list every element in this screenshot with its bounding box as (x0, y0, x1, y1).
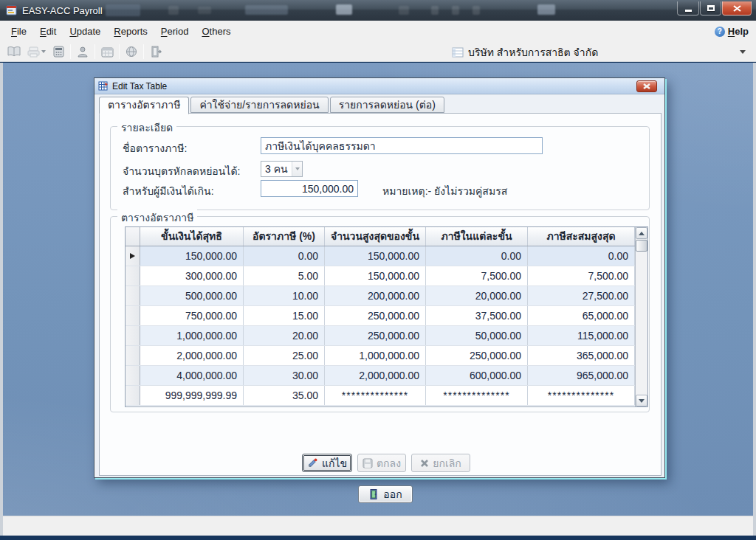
cell[interactable]: 1,000,000.00 (325, 346, 426, 365)
maximize-button[interactable] (700, 1, 721, 15)
scroll-up-button[interactable] (636, 227, 647, 239)
cell[interactable]: 999,999,999.99 (140, 386, 244, 405)
column-header-tax-rate[interactable]: อัตราภาษี (%) (244, 227, 325, 246)
tab-expense-deductions[interactable]: ค่าใช้จ่าย/รายการลดหย่อน (190, 97, 328, 113)
toolbar-globe-button[interactable] (122, 43, 141, 60)
menu-file[interactable]: File (4, 23, 33, 40)
scrollbar-thumb[interactable] (636, 240, 647, 252)
toolbar-employee-button[interactable] (73, 43, 92, 60)
cell[interactable]: 7,500.00 (528, 266, 635, 285)
menu-period[interactable]: Period (154, 23, 196, 40)
tax-row[interactable]: 999,999,999.99 35.00 ************** ****… (126, 386, 635, 406)
cell[interactable]: 1,000,000.00 (140, 326, 244, 345)
cell[interactable]: 300,000.00 (140, 266, 244, 285)
menu-others[interactable]: Others (195, 23, 237, 40)
exit-button[interactable]: ออก (358, 485, 413, 503)
toolbar-exit-button[interactable] (146, 43, 165, 60)
cell[interactable]: 200,000.00 (325, 286, 426, 305)
cell[interactable]: 250,000.00 (426, 346, 528, 365)
tax-table-name-input[interactable] (261, 137, 543, 154)
cell[interactable]: 20,000.00 (426, 286, 528, 305)
cell[interactable]: ************** (325, 386, 426, 405)
company-selector[interactable]: บริษัท สำหรับการสาธิต จำกัด (452, 44, 747, 60)
dialog-titlebar[interactable]: Edit Tax Table (94, 78, 664, 94)
row-selector[interactable] (126, 366, 140, 385)
menu-edit[interactable]: Edit (33, 23, 63, 40)
column-header-tax-per-bracket[interactable]: ภาษีในแต่ละขั้น (426, 227, 528, 246)
tax-row[interactable]: 2,000,000.00 25.00 1,000,000.00 250,000.… (126, 346, 635, 366)
tax-row[interactable]: 500,000.00 10.00 200,000.00 20,000.00 27… (126, 286, 635, 306)
income-over-input[interactable] (261, 180, 358, 197)
minimize-button[interactable] (677, 1, 699, 15)
ok-button[interactable]: ตกลง (357, 454, 406, 472)
menu-help[interactable]: ? Help (715, 21, 749, 42)
window-titlebar[interactable]: EASY-ACC Payroll (0, 0, 756, 21)
cell[interactable]: 150,000.00 (325, 246, 426, 266)
toolbar-open-book-button[interactable] (4, 43, 24, 60)
tax-row[interactable]: 750,000.00 15.00 250,000.00 37,500.00 65… (126, 306, 635, 326)
menu-update[interactable]: Update (63, 23, 107, 40)
row-selector[interactable] (126, 326, 140, 345)
cell[interactable]: 25.00 (244, 346, 325, 365)
row-selector[interactable] (126, 266, 140, 285)
cell[interactable]: 500,000.00 (140, 286, 244, 305)
tax-row[interactable]: 150,000.00 0.00 150,000.00 0.00 0.00 (126, 246, 635, 266)
children-count-dropdown[interactable]: 3 คน (261, 161, 303, 177)
window-border-right (753, 63, 756, 536)
cell[interactable]: 365,000.00 (528, 346, 635, 365)
row-selector[interactable] (126, 386, 140, 405)
tab-deductions-continued[interactable]: รายการลดหย่อน (ต่อ) (330, 97, 444, 113)
tab-tax-rate-table[interactable]: ตารางอัตราภาษี (99, 97, 189, 114)
tax-row[interactable]: 1,000,000.00 20.00 250,000.00 50,000.00 … (126, 326, 635, 346)
toolbar-print-button[interactable] (24, 43, 49, 60)
cell[interactable]: 2,000,000.00 (325, 366, 426, 385)
cell[interactable]: 10.00 (244, 286, 325, 305)
toolbar-calculator-button[interactable] (49, 43, 68, 60)
cell[interactable]: 0.00 (426, 246, 528, 266)
column-header-max-accum-tax[interactable]: ภาษีสะสมสูงสุด (528, 227, 635, 246)
dialog-close-button[interactable] (636, 80, 657, 92)
cell[interactable]: 965,000.00 (528, 366, 635, 385)
statusbar (3, 516, 753, 536)
cell[interactable]: 0.00 (244, 246, 325, 266)
cancel-button[interactable]: ยกเลิก (411, 454, 470, 472)
grid-scrollbar[interactable] (635, 227, 647, 406)
toolbar-calendar-button[interactable] (97, 43, 117, 60)
cell[interactable]: 30.00 (244, 366, 325, 385)
cell[interactable]: ************** (426, 386, 528, 405)
cell[interactable]: 250,000.00 (325, 306, 426, 325)
tax-row[interactable]: 300,000.00 5.00 150,000.00 7,500.00 7,50… (126, 266, 635, 286)
row-selector[interactable] (126, 306, 140, 325)
cell[interactable]: 37,500.00 (426, 306, 528, 325)
cell[interactable]: ************** (528, 386, 635, 405)
cell[interactable]: 50,000.00 (426, 326, 528, 345)
cell[interactable]: 2,000,000.00 (140, 346, 244, 365)
menu-reports[interactable]: Reports (107, 23, 154, 40)
cell[interactable]: 7,500.00 (426, 266, 528, 285)
cell[interactable]: 250,000.00 (325, 326, 426, 345)
children-dropdown-button[interactable] (292, 162, 302, 176)
cell[interactable]: 4,000,000.00 (140, 366, 244, 385)
row-selector[interactable] (126, 286, 140, 305)
cell[interactable]: 35.00 (244, 386, 325, 405)
close-button[interactable] (722, 1, 752, 15)
cell[interactable]: 150,000.00 (140, 246, 244, 266)
row-selector-current[interactable] (126, 246, 140, 266)
cell[interactable]: 750,000.00 (140, 306, 244, 325)
cell[interactable]: 27,500.00 (528, 286, 635, 305)
row-selector[interactable] (126, 346, 140, 365)
column-header-bracket-max[interactable]: จำนวนสูงสุดของขั้น (325, 227, 426, 246)
cell[interactable]: 5.00 (244, 266, 325, 285)
cell[interactable]: 15.00 (244, 306, 325, 325)
cell[interactable]: 600,000.00 (426, 366, 528, 385)
cell[interactable]: 65,000.00 (528, 306, 635, 325)
scroll-down-button[interactable] (636, 395, 647, 406)
close-icon (733, 5, 741, 12)
cell[interactable]: 0.00 (528, 246, 635, 266)
edit-button[interactable]: แก้ไข (302, 454, 352, 472)
cell[interactable]: 150,000.00 (325, 266, 426, 285)
cell[interactable]: 20.00 (244, 326, 325, 345)
tax-row[interactable]: 4,000,000.00 30.00 2,000,000.00 600,000.… (126, 366, 635, 386)
column-header-net-income[interactable]: ขั้นเงินได้สุทธิ (140, 227, 244, 246)
cell[interactable]: 115,000.00 (528, 326, 635, 345)
